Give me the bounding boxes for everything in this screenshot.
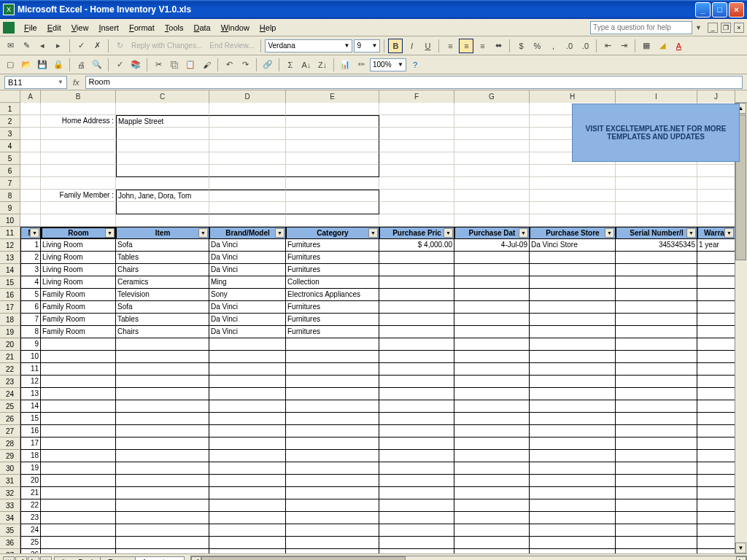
cell[interactable] <box>209 214 286 227</box>
cell[interactable] <box>379 190 454 202</box>
cell[interactable] <box>41 214 116 227</box>
cell[interactable] <box>20 177 41 190</box>
cell[interactable] <box>697 413 735 425</box>
cell[interactable]: Family Member : <box>41 190 116 202</box>
row-header-34[interactable]: 34 <box>0 512 20 524</box>
menu-format[interactable]: Format <box>124 22 160 34</box>
row-header-14[interactable]: 14 <box>0 264 20 276</box>
row-header-12[interactable]: 12 <box>0 239 20 252</box>
table-row[interactable] <box>616 326 697 338</box>
cell[interactable] <box>209 190 286 202</box>
cell[interactable] <box>116 363 209 376</box>
table-row[interactable]: 4 <box>20 276 41 289</box>
cell[interactable] <box>286 214 379 227</box>
table-header-purchase-date[interactable]: Purchase Dat▼ <box>454 227 530 239</box>
table-row[interactable]: 2 <box>20 252 41 264</box>
table-header-purchase-price[interactable]: Purchase Pric▼ <box>379 227 454 239</box>
table-row[interactable] <box>530 252 616 264</box>
doc-restore-button[interactable]: ❐ <box>721 23 731 33</box>
row-header-29[interactable]: 29 <box>0 450 20 462</box>
filter-dropdown-icon[interactable]: ▼ <box>30 228 39 238</box>
table-row[interactable] <box>530 289 616 301</box>
cell[interactable] <box>697 512 735 524</box>
cell[interactable] <box>116 512 209 524</box>
cell[interactable] <box>116 338 209 351</box>
cell[interactable] <box>454 388 530 400</box>
cell[interactable] <box>697 400 735 413</box>
table-row[interactable] <box>454 276 530 289</box>
cell[interactable] <box>616 165 697 177</box>
cell[interactable] <box>286 363 379 376</box>
row-header-36[interactable]: 36 <box>0 537 20 549</box>
cell[interactable] <box>116 165 209 177</box>
cell[interactable] <box>530 475 616 487</box>
row-header-10[interactable]: 10 <box>0 214 20 227</box>
paste-button[interactable]: 📋 <box>183 58 198 72</box>
cell[interactable] <box>454 524 530 537</box>
table-row[interactable]: 5 <box>20 289 41 301</box>
table-row[interactable]: Family Room <box>41 326 116 338</box>
table-row[interactable] <box>616 314 697 326</box>
col-header-C[interactable]: C <box>116 90 209 103</box>
cell[interactable] <box>286 549 379 553</box>
decrease-decimal-button[interactable]: .0 <box>578 39 592 53</box>
scroll-left-icon[interactable]: ◀ <box>191 556 201 561</box>
col-header-J[interactable]: J <box>697 90 735 103</box>
table-row[interactable]: Collection <box>286 276 379 289</box>
cell[interactable] <box>41 140 116 152</box>
cell[interactable] <box>286 202 379 214</box>
table-row[interactable]: $ 4,000.00 <box>379 239 454 252</box>
table-row[interactable] <box>379 276 454 289</box>
align-left-button[interactable]: ≡ <box>443 39 457 53</box>
doc-close-button[interactable]: × <box>734 23 744 33</box>
cell[interactable] <box>116 376 209 388</box>
cell[interactable] <box>454 512 530 524</box>
tab-first-icon[interactable]: ⏮ <box>3 556 15 561</box>
cell[interactable] <box>530 165 616 177</box>
col-header-A[interactable]: A <box>20 90 41 103</box>
cell[interactable] <box>116 425 209 438</box>
col-header-D[interactable]: D <box>209 90 286 103</box>
font-size-select[interactable]: 9▼ <box>354 39 380 52</box>
cell[interactable] <box>209 140 286 152</box>
col-header-I[interactable]: I <box>616 90 697 103</box>
filter-dropdown-icon[interactable]: ▼ <box>198 228 208 238</box>
cell[interactable] <box>116 450 209 462</box>
row-header-35[interactable]: 35 <box>0 524 20 537</box>
show-comment-icon[interactable]: ✎ <box>19 39 34 53</box>
underline-button[interactable]: U <box>420 39 435 53</box>
cell[interactable] <box>454 475 530 487</box>
font-name-select[interactable]: Verdana▼ <box>265 39 352 52</box>
cell[interactable]: 23 <box>20 512 41 524</box>
cell[interactable] <box>209 152 286 165</box>
table-row[interactable]: Da Vinci <box>209 314 286 326</box>
cell[interactable] <box>209 388 286 400</box>
fill-color-button[interactable]: ◢ <box>655 39 670 53</box>
sheet-tab-terms[interactable]: Terms <box>100 556 136 561</box>
cell[interactable] <box>41 549 116 553</box>
table-header-brand-model[interactable]: Brand/Model▼ <box>209 227 286 239</box>
cell[interactable] <box>116 413 209 425</box>
decrease-indent-button[interactable]: ⇤ <box>600 39 615 53</box>
cell[interactable]: 9 <box>20 338 41 351</box>
cell[interactable] <box>616 425 697 438</box>
cell[interactable] <box>41 425 116 438</box>
cell[interactable] <box>697 425 735 438</box>
open-button[interactable]: 📂 <box>19 58 34 72</box>
menu-file[interactable]: File <box>19 22 42 34</box>
cell[interactable] <box>41 152 116 165</box>
table-row[interactable]: Television <box>116 289 209 301</box>
cell[interactable] <box>41 177 116 190</box>
cell[interactable] <box>379 214 454 227</box>
row-header-20[interactable]: 20 <box>0 338 20 351</box>
hyperlink-button[interactable]: 🔗 <box>260 58 275 72</box>
scroll-down-icon[interactable]: ▼ <box>735 542 746 553</box>
drawing-button[interactable]: ✏ <box>354 58 368 72</box>
cell[interactable] <box>454 438 530 450</box>
chart-button[interactable]: 📊 <box>338 58 352 72</box>
row-header-16[interactable]: 16 <box>0 289 20 301</box>
table-row[interactable]: Furnitures <box>286 326 379 338</box>
cell[interactable] <box>209 425 286 438</box>
table-row[interactable]: Electronics Appliances <box>286 289 379 301</box>
spelling-button[interactable]: ✓ <box>112 58 127 72</box>
